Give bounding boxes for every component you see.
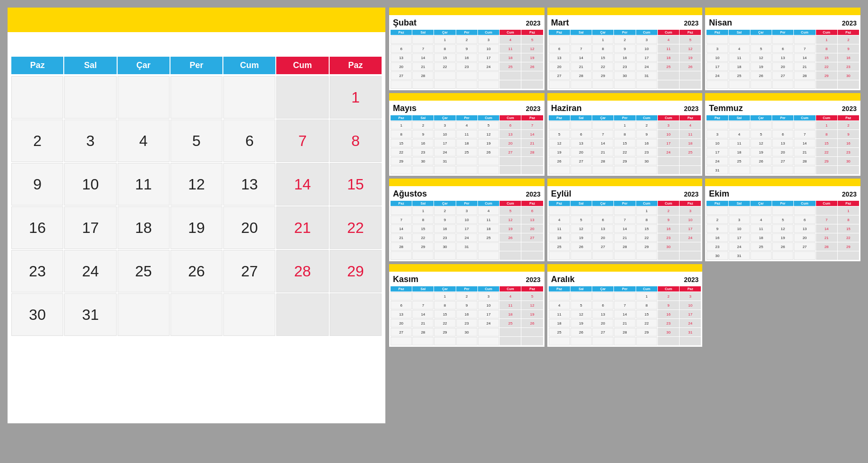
small-day-header: Paz <box>706 115 728 120</box>
small-day-header: Paz <box>706 201 728 206</box>
small-cal-cell: 26 <box>570 328 592 336</box>
small-day-header: Sal <box>729 115 750 120</box>
small-cal-cell: 3 <box>636 35 657 44</box>
small-cal-cell: 10 <box>434 130 455 138</box>
small-cal-grid: 1234567891011121314151617181920212223242… <box>389 292 545 347</box>
small-cal-cell <box>658 80 679 89</box>
small-cal-cell <box>816 206 837 215</box>
small-cal-cell: 15 <box>434 53 455 62</box>
small-cal-cell: 24 <box>706 157 728 165</box>
small-cal-cell: 30 <box>434 242 455 251</box>
small-day-header: Çar <box>592 30 613 35</box>
small-cal-cell: 10 <box>706 53 728 62</box>
large-cal-cell: 12 <box>170 163 222 206</box>
small-cal-header: Aralık2023 <box>547 272 703 286</box>
small-cal-cell: 25 <box>456 148 477 156</box>
small-cal-cell: 20 <box>500 139 521 147</box>
small-cal-cell: 6 <box>592 215 613 224</box>
small-cal-cell: 6 <box>391 301 412 309</box>
large-cal-cell: 17 <box>64 206 116 249</box>
small-cal-cell <box>772 251 793 260</box>
small-cal-cell <box>570 206 592 215</box>
small-cal-grid: 1234567891011121314151617181920212223242… <box>389 206 545 261</box>
small-cal-cell <box>772 121 793 129</box>
small-cal-cell: 31 <box>680 328 701 336</box>
small-cal-cell: 13 <box>570 139 592 147</box>
small-cal-cell <box>592 80 613 89</box>
small-cal-cell: 18 <box>658 53 679 62</box>
small-cal-cell: 5 <box>478 121 499 129</box>
small-day-header: Cum <box>500 286 521 292</box>
small-cal-header: Temmuz2023 <box>705 101 860 115</box>
small-cal-cell <box>412 35 434 44</box>
small-year: 2023 <box>684 19 698 27</box>
small-day-header: Paz <box>521 115 543 120</box>
small-cal-cell <box>592 292 613 300</box>
small-day-header: Sal <box>729 30 750 35</box>
small-cal-cell <box>549 251 570 260</box>
small-year: 2023 <box>684 276 698 283</box>
small-cal-cell <box>614 80 635 89</box>
small-month-name: Ekim <box>709 189 729 199</box>
small-day-header: Cum <box>500 30 521 35</box>
small-cal-cell <box>456 166 477 174</box>
small-cal-cell: 5 <box>570 215 592 224</box>
small-cal-cell <box>816 251 837 260</box>
small-day-header: Cum <box>658 286 679 292</box>
large-cal-cell: 24 <box>64 250 116 292</box>
small-cal-cell: 14 <box>391 224 412 233</box>
small-cal-cell: 10 <box>456 215 477 224</box>
small-cal-cell: 22 <box>636 233 657 242</box>
small-cal-cell: 15 <box>412 224 434 233</box>
small-day-header: Cum <box>500 201 521 206</box>
small-day-header: Per <box>456 115 477 120</box>
small-cal-cell: 8 <box>391 130 412 138</box>
large-cal-header <box>8 32 385 51</box>
small-cal-cell: 15 <box>816 139 837 147</box>
small-cal-header: Mart2023 <box>547 15 703 30</box>
small-cal-cell <box>772 166 793 174</box>
small-day-header: Paz <box>706 30 728 35</box>
small-cal-cell: 19 <box>750 148 772 156</box>
small-cal-cell: 30 <box>706 251 728 260</box>
small-cal-cell: 29 <box>614 157 635 165</box>
small-cal-cell: 18 <box>456 139 477 147</box>
small-day-header: Cum <box>636 286 657 292</box>
small-cal-cell: 23 <box>838 62 859 71</box>
small-cal-cell: 19 <box>500 224 521 233</box>
small-cal-cell <box>478 251 499 260</box>
small-cal-cell: 8 <box>434 301 455 309</box>
small-yellow-bar <box>705 93 860 101</box>
small-cal-cell: 1 <box>636 292 657 300</box>
small-cal-cell: 20 <box>772 62 793 71</box>
small-cal-cell: 5 <box>750 44 772 53</box>
small-cal-grid: 1234567891011121314151617181920212223242… <box>705 35 860 90</box>
small-cal-cell: 1 <box>816 35 837 44</box>
small-cal-cell: 20 <box>521 224 543 233</box>
small-cal-cell: 8 <box>412 215 434 224</box>
small-cal-cell: 3 <box>680 292 701 300</box>
small-cal-cell <box>456 157 477 165</box>
small-cal-cell: 5 <box>570 301 592 309</box>
small-day-header: Cum <box>658 201 679 206</box>
small-cal-cell: 19 <box>772 233 793 242</box>
small-cal-cell <box>549 206 570 215</box>
small-cal-cell: 6 <box>500 121 521 129</box>
small-cal-cell <box>816 166 837 174</box>
small-cal-cell: 11 <box>750 224 772 233</box>
large-cal-cell: 29 <box>330 250 382 292</box>
small-year: 2023 <box>684 190 698 198</box>
large-cal-cell: 3 <box>64 120 116 162</box>
small-cal-cell: 2 <box>838 35 859 44</box>
small-cal-cell: 31 <box>636 71 657 80</box>
small-yellow-bar <box>389 264 545 272</box>
small-cal-cell <box>794 121 815 129</box>
small-cal-cell: 1 <box>434 292 455 300</box>
small-cal-cell: 28 <box>570 71 592 80</box>
large-cal-cell: 15 <box>330 163 382 206</box>
small-cal-cell: 17 <box>456 224 477 233</box>
small-cal-cell: 22 <box>636 319 657 327</box>
small-cal-cell: 4 <box>549 215 570 224</box>
day-header-paz: Paz <box>11 57 63 74</box>
small-cal-cell <box>570 35 592 44</box>
